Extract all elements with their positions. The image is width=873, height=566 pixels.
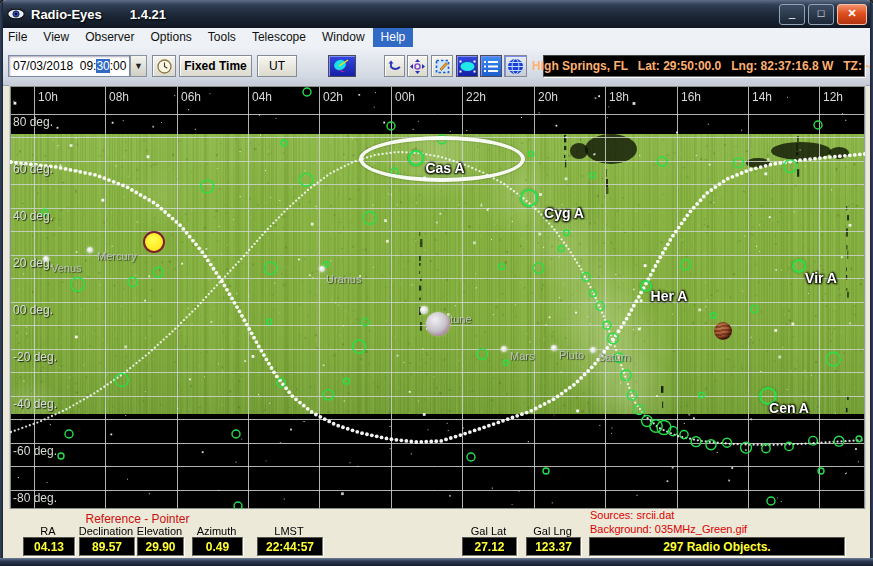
- status-bar: Reference - Pointer Sources: srcii.dat B…: [0, 509, 873, 558]
- source-label-casa: Cas A: [425, 160, 464, 176]
- menu-item-view[interactable]: View: [35, 28, 77, 47]
- window-left-border: [0, 0, 3, 566]
- source-circle-vira[interactable]: [792, 259, 806, 273]
- menu-item-help[interactable]: Help: [373, 28, 414, 47]
- source-list-button[interactable]: [480, 55, 502, 77]
- app-eye-icon: [7, 7, 25, 21]
- select-region-button[interactable]: [431, 55, 453, 77]
- source-label-cena: Cen A: [769, 400, 809, 416]
- list-icon: [484, 60, 498, 73]
- window-bottom-border: [0, 558, 873, 566]
- ellipse-icon: [459, 60, 476, 73]
- undo-button[interactable]: [384, 55, 405, 77]
- app-title: Radio-Eyes: [31, 7, 102, 22]
- close-button[interactable]: ✕: [837, 4, 867, 25]
- app-window: Radio-Eyes 1.4.21 _ □ ✕ FileViewObserver…: [0, 0, 873, 566]
- field-label-lmst: LMST: [247, 525, 331, 537]
- planet-marker-saturn[interactable]: [590, 347, 596, 353]
- sources-file-label: Sources: srcii.dat: [590, 509, 674, 521]
- satellite-dish-icon: [333, 58, 351, 74]
- field-value-declination: 89.57: [79, 537, 135, 556]
- pan-arrows-icon: [410, 59, 425, 74]
- planet-marker-venus[interactable]: [43, 256, 49, 262]
- planet-marker-neptune[interactable]: [420, 306, 428, 314]
- menu-item-observer[interactable]: Observer: [77, 28, 142, 47]
- field-value-elevation: 29.90: [137, 537, 184, 556]
- undo-arrow-icon: [388, 60, 402, 72]
- minimize-button[interactable]: _: [779, 4, 805, 25]
- planet-marker-jupiter[interactable]: [714, 322, 732, 340]
- reference-pointer-title: Reference - Pointer: [40, 512, 235, 526]
- menu-item-tools[interactable]: Tools: [200, 28, 244, 47]
- field-value-ra: 04.13: [23, 537, 75, 556]
- radio-objects-count: 297 Radio Objects.: [589, 537, 845, 556]
- planet-marker-moon[interactable]: [426, 312, 450, 336]
- field-value-lmst: 22:44:57: [257, 537, 323, 556]
- planet-marker-pluto[interactable]: [551, 345, 557, 351]
- clock-icon: [157, 59, 172, 74]
- observer-location-display: High Springs, FL Lat: 29:50:00.0 Lng: 82…: [543, 55, 865, 77]
- maximize-button[interactable]: □: [808, 4, 834, 25]
- field-value-gal-lat: 27.12: [462, 537, 517, 556]
- source-label-vira: Vir A: [805, 270, 837, 286]
- field-value-azimuth: 0.49: [192, 537, 243, 556]
- beam-ellipse-button[interactable]: [456, 55, 478, 77]
- field-label-azimuth: Azimuth: [182, 525, 251, 537]
- source-circle-casa[interactable]: [408, 150, 424, 166]
- telescope-dish-button[interactable]: [328, 55, 356, 77]
- globe-grid-icon: [507, 58, 524, 75]
- background-file-label: Background: 035MHz_Green.gif: [590, 523, 747, 535]
- source-label-hera: Her A: [651, 288, 688, 304]
- source-label-cyga: Cyg A: [544, 205, 584, 221]
- grid-globe-button[interactable]: [504, 55, 527, 77]
- toolbar: 07/03/2018 09:30:00 ▼ Fixed Time UT: [0, 47, 873, 86]
- planet-marker-mercury[interactable]: [87, 247, 93, 253]
- menu-bar: FileViewObserverOptionsToolsTelescopeWin…: [0, 28, 873, 48]
- planet-marker-sun[interactable]: [143, 231, 165, 253]
- menu-item-options[interactable]: Options: [143, 28, 200, 47]
- planet-marker-mars[interactable]: [501, 346, 507, 352]
- pan-button[interactable]: [407, 55, 428, 77]
- planet-marker-uranus[interactable]: [319, 266, 325, 272]
- ut-button[interactable]: UT: [257, 55, 297, 77]
- time-minutes-selection: 30: [96, 59, 109, 73]
- fixed-time-button[interactable]: Fixed Time: [179, 55, 252, 77]
- source-circle-cyga[interactable]: [520, 189, 538, 207]
- app-version: 1.4.21: [130, 7, 166, 22]
- datetime-dropdown-button[interactable]: ▼: [130, 55, 147, 77]
- sky-map: 10h08h06h04h02h00h22h20h18h16h14h12h80 d…: [9, 85, 866, 510]
- clock-button[interactable]: [152, 55, 176, 77]
- menu-item-file[interactable]: File: [0, 28, 35, 47]
- field-label-gal-lat: Gal Lat: [452, 525, 525, 537]
- datetime-input[interactable]: 07/03/2018 09:30:00: [8, 55, 130, 77]
- field-value-gal-lng: 123.37: [526, 537, 581, 556]
- menu-item-window[interactable]: Window: [314, 28, 373, 47]
- field-label-gal-lng: Gal Lng: [516, 525, 589, 537]
- dashed-select-icon: [435, 59, 450, 74]
- title-bar[interactable]: Radio-Eyes 1.4.21 _ □ ✕: [0, 0, 873, 28]
- menu-item-telescope[interactable]: Telescope: [244, 28, 314, 47]
